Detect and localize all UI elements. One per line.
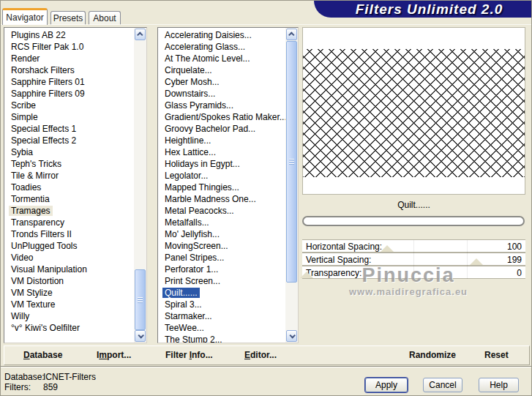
scroll-up-button[interactable] [286, 29, 297, 40]
list-item[interactable]: Toadies [4, 182, 134, 193]
slider-label: Horizontal Spacing: [306, 241, 382, 253]
list-item-label: VM Stylize [9, 288, 55, 298]
category-scrollbar[interactable] [134, 28, 146, 343]
scrollbar-grip-icon [289, 159, 294, 165]
help-button[interactable]: Help [479, 378, 519, 392]
filter-info-button[interactable]: Filter Info... [165, 350, 213, 360]
list-item[interactable]: Simple [4, 111, 134, 123]
database-status-value: ICNET-Filters [43, 372, 96, 382]
filter-preview [302, 27, 525, 195]
list-item[interactable]: Teph's Tricks [4, 158, 134, 170]
list-item-label: UnPlugged Tools [9, 241, 80, 251]
category-listbox[interactable]: Plugins AB 22RCS Filter Pak 1.0RenderRor… [4, 27, 147, 343]
list-item[interactable]: Heightline... [158, 135, 285, 146]
list-item-label: Visual Manipulation [9, 264, 89, 274]
list-item[interactable]: Panel Stripes... [158, 252, 285, 264]
list-item[interactable]: Sybia [4, 146, 134, 158]
list-item[interactable]: Quilt...... [158, 287, 285, 299]
list-item[interactable]: Spiral 3... [158, 299, 285, 310]
list-item[interactable]: Scribe [4, 100, 134, 111]
list-item[interactable]: VM Distortion [4, 275, 134, 287]
list-item[interactable]: Rorshack Filters [4, 64, 134, 76]
list-item-label: Tile & Mirror [9, 171, 61, 181]
list-item[interactable]: UnPlugged Tools [4, 240, 134, 252]
list-item[interactable]: °v° Kiwi's Oelfilter [4, 322, 134, 334]
tab-presets[interactable]: Presets [50, 11, 86, 25]
list-item-label: Tronds Filters II [9, 229, 74, 239]
cancel-button[interactable]: Cancel [423, 378, 462, 392]
list-item[interactable]: RCS Filter Pak 1.0 [4, 41, 134, 53]
list-item[interactable]: Legolator... [158, 170, 285, 182]
list-item[interactable]: MovingScreen... [158, 240, 285, 252]
list-item-label: Mo' Jellyfish... [162, 229, 222, 239]
list-item[interactable]: Willy [4, 310, 134, 322]
list-item[interactable]: At The Atomic Level... [158, 53, 285, 64]
list-item[interactable]: Video [4, 252, 134, 264]
import-button[interactable]: Import... [97, 350, 131, 360]
list-item[interactable]: Transparency [4, 217, 134, 228]
list-item[interactable]: Perforator 1... [158, 264, 285, 275]
scrollbar-thumb[interactable] [286, 41, 297, 283]
list-item[interactable]: Tormentia [4, 193, 134, 205]
randomize-button[interactable]: Randomize [409, 350, 456, 360]
list-item[interactable]: Cirquelate... [158, 64, 285, 76]
database-button[interactable]: Database [23, 350, 62, 360]
slider-thumb[interactable] [381, 245, 394, 252]
list-item[interactable]: Special Effects 1 [4, 123, 134, 135]
list-item[interactable]: Holidays in Egypt... [158, 158, 285, 170]
list-item[interactable]: Special Effects 2 [4, 135, 134, 146]
list-item[interactable]: Tile & Mirror [4, 170, 134, 182]
tab-about[interactable]: About [89, 11, 121, 25]
list-item[interactable]: Downstairs... [158, 88, 285, 100]
list-item-label: RCS Filter Pak 1.0 [9, 42, 86, 52]
list-item[interactable]: Starmaker... [158, 310, 285, 322]
watermark-url: www.maidiregrafica.eu [302, 286, 514, 297]
divider [1, 366, 532, 367]
list-item[interactable]: Mo' Jellyfish... [158, 228, 285, 240]
scroll-down-button[interactable] [135, 330, 146, 342]
apply-button[interactable]: Apply [365, 378, 408, 392]
list-item[interactable]: Metal Peacocks... [158, 205, 285, 217]
list-item[interactable]: Tronds Filters II [4, 228, 134, 240]
scroll-up-button[interactable] [135, 29, 146, 40]
editor-button[interactable]: Editor... [244, 350, 277, 360]
list-item[interactable]: VM Texture [4, 299, 134, 310]
list-item[interactable]: The Stump 2... [158, 334, 285, 343]
list-item[interactable]: VM Stylize [4, 287, 134, 299]
list-item-label: Spiral 3... [162, 299, 204, 310]
list-item[interactable]: Marble Madness One... [158, 193, 285, 205]
filter-listbox[interactable]: Accelerating Daisies...Accelerating Glas… [157, 27, 299, 343]
list-item[interactable]: Glass Pyramids... [158, 100, 285, 111]
list-item[interactable]: Mapped Thingies... [158, 182, 285, 193]
list-item[interactable]: Accelerating Glass... [158, 41, 285, 53]
list-item[interactable]: Visual Manipulation [4, 264, 134, 275]
list-item[interactable]: Accelerating Daisies... [158, 29, 285, 41]
list-item-label-selected: Tramages [9, 206, 53, 216]
scroll-down-button[interactable] [286, 330, 297, 342]
list-item[interactable]: Plugins AB 22 [4, 29, 134, 41]
list-item[interactable]: Sapphire Filters 09 [4, 88, 134, 100]
list-item[interactable]: TeeWee... [158, 322, 285, 334]
list-item[interactable]: Render [4, 53, 134, 64]
scroll-down-icon [138, 332, 143, 338]
list-item[interactable]: Metalfalls... [158, 217, 285, 228]
list-item-label: Transparency [9, 217, 67, 228]
list-item[interactable]: Sapphire Filters 01 [4, 76, 134, 88]
list-item[interactable]: Gradient/Spokes Ratio Maker... [158, 111, 285, 123]
list-item[interactable]: Tramages [4, 205, 134, 217]
list-item-label: Starmaker... [162, 311, 214, 321]
list-item[interactable]: Groovy Bachelor Pad... [158, 123, 285, 135]
list-item-label: Rorshack Filters [9, 65, 77, 75]
list-item[interactable]: Hex Lattice... [158, 146, 285, 158]
list-item-label: Sybia [9, 147, 35, 157]
scrollbar-thumb[interactable] [135, 269, 146, 330]
list-item[interactable]: Print Screen... [158, 275, 285, 287]
filter-scrollbar[interactable] [285, 28, 298, 343]
slider-value: 100 [507, 241, 522, 253]
list-item-label: Toadies [9, 182, 43, 193]
app-title: Filters Unlimited 2.0 [342, 1, 503, 18]
tab-navigator[interactable]: Navigator [2, 8, 48, 25]
app-banner: Filters Unlimited 2.0 [314, 1, 531, 18]
reset-button[interactable]: Reset [484, 350, 509, 360]
list-item[interactable]: Cyber Mosh... [158, 76, 285, 88]
